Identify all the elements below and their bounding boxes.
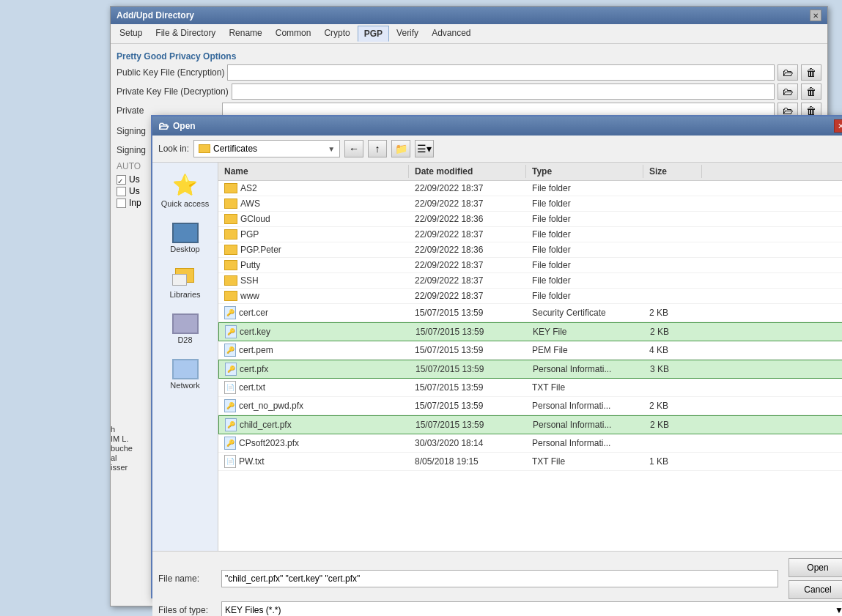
libraries-icon [172, 268, 199, 289]
menu-rename[interactable]: Rename [223, 26, 267, 42]
table-row[interactable]: GCloud 22/09/2022 18:36 File folder [218, 212, 842, 227]
addup-close-button[interactable]: ✕ [810, 10, 821, 21]
file-size-cell: 2 KB [644, 325, 703, 338]
file-date-cell: 15/07/2015 13:59 [409, 399, 526, 412]
table-row[interactable]: Putty 22/09/2022 18:37 File folder [218, 258, 842, 273]
file-name-text: cert.key [240, 327, 270, 337]
folder-icon [224, 275, 237, 286]
table-row[interactable]: 📄 cert.txt 15/07/2015 13:59 TXT File [218, 379, 842, 397]
addup-title: Add/Upd Directory [117, 10, 194, 21]
file-list[interactable]: Name Date modified Type Size AS2 22/09/2… [218, 163, 842, 551]
look-in-combo[interactable]: Certificates ▼ [193, 140, 340, 157]
menu-common[interactable]: Common [270, 26, 317, 42]
file-type-cell: File folder [526, 243, 643, 256]
desktop-label: Desktop [170, 245, 199, 253]
cert-icon: 🔑 [224, 306, 236, 319]
files-type-combo[interactable]: KEY Files (*.*) ▼ [221, 601, 842, 616]
file-type-cell: File folder [526, 197, 643, 210]
open-button[interactable]: Open [789, 558, 842, 577]
file-type-cell: File folder [526, 182, 643, 195]
sidebar-item-network[interactable]: Network [156, 356, 215, 393]
file-size-cell: 2 KB [643, 399, 702, 412]
dialog-close-btn[interactable]: ✕ [834, 119, 842, 133]
private-key-input[interactable] [232, 84, 775, 100]
file-size-cell [643, 442, 702, 445]
menu-advanced[interactable]: Advanced [426, 26, 476, 42]
file-name-cell: 📄 PW.txt [218, 453, 409, 470]
cert-icon: 🔑 [225, 418, 237, 431]
file-date-cell: 22/09/2022 18:37 [409, 289, 526, 303]
dialog-action-buttons: Open Cancel [789, 558, 842, 599]
table-row[interactable]: PGP.Peter 22/09/2022 18:36 File folder [218, 242, 842, 258]
file-name-text: cert.cer [239, 308, 268, 318]
table-row[interactable]: 🔑 cert.pem 15/07/2015 13:59 PEM File 4 K… [218, 341, 842, 360]
cancel-button[interactable]: Cancel [789, 580, 842, 599]
cert-icon: 🔑 [224, 344, 236, 357]
col-header-name[interactable]: Name [218, 165, 409, 178]
cert-icon: 🔑 [225, 325, 237, 338]
file-size-cell [643, 294, 702, 297]
table-row[interactable]: AS2 22/09/2022 18:37 File folder [218, 181, 842, 196]
menu-pgp[interactable]: PGP [358, 26, 389, 42]
sidebar-item-d28[interactable]: D28 [156, 311, 215, 347]
menu-file-directory[interactable]: File & Directory [149, 26, 221, 42]
table-row[interactable]: 🔑 child_cert.pfx 15/07/2015 13:59 Person… [218, 415, 842, 434]
sidebar-item-libraries[interactable]: Libraries [156, 265, 215, 302]
file-size-cell [643, 202, 702, 205]
table-row[interactable]: www 22/09/2022 18:37 File folder [218, 289, 842, 304]
menu-bar: Setup File & Directory Rename Common Cry… [111, 24, 827, 44]
menu-setup[interactable]: Setup [114, 26, 148, 42]
file-date-cell: 22/09/2022 18:37 [409, 259, 526, 272]
nav-up-btn[interactable]: ↑ [368, 140, 387, 157]
table-row[interactable]: 🔑 cert.cer 15/07/2015 13:59 Security Cer… [218, 304, 842, 322]
use-checkbox2[interactable] [117, 187, 126, 196]
view-options-btn[interactable]: ☰▾ [415, 140, 434, 157]
public-key-input[interactable] [227, 64, 775, 81]
file-name-cell: 🔑 child_cert.pfx [219, 417, 410, 433]
file-date-cell: 15/07/2015 13:59 [409, 344, 526, 357]
public-key-clear-btn[interactable]: 🗑 [801, 64, 821, 81]
current-folder-text: Certificates [213, 144, 257, 154]
col-header-date[interactable]: Date modified [409, 165, 526, 178]
col-header-size[interactable]: Size [643, 165, 702, 178]
file-name-cell: 🔑 cert.key [219, 324, 410, 340]
file-name-input[interactable] [221, 570, 778, 587]
inp-checkbox[interactable] [117, 198, 126, 208]
public-key-browse-btn[interactable]: 🗁 [778, 64, 798, 81]
sidebar-item-desktop[interactable]: Desktop [156, 220, 215, 256]
nav-create-btn[interactable]: 📁 [391, 140, 410, 157]
folder-icon [224, 291, 237, 301]
table-row[interactable]: AWS 22/09/2022 18:37 File folder [218, 196, 842, 212]
file-name-cell: 🔑 cert.cer [218, 305, 409, 321]
nav-back-btn[interactable]: ← [344, 140, 363, 157]
files-type-row: Files of type: KEY Files (*.*) ▼ [158, 601, 842, 616]
file-name-text: SSH [240, 275, 259, 286]
private-key-row: Private Key File (Decryption) 🗁 🗑 [117, 84, 821, 100]
cert-icon: 🔑 [224, 399, 236, 412]
file-name-cell: 🔑 CPsoft2023.pfx [218, 435, 409, 451]
private-key-clear-btn[interactable]: 🗑 [801, 84, 821, 100]
private-key-browse-btn[interactable]: 🗁 [778, 84, 798, 100]
file-date-cell: 15/07/2015 13:59 [409, 381, 526, 394]
table-row[interactable]: 🔑 cert.pfx 15/07/2015 13:59 Personal Inf… [218, 360, 842, 379]
menu-verify[interactable]: Verify [391, 26, 424, 42]
col-header-type[interactable]: Type [526, 165, 643, 178]
table-row[interactable]: 🔑 cert_no_pwd.pfx 15/07/2015 13:59 Perso… [218, 397, 842, 415]
use-checkbox1[interactable] [117, 175, 126, 185]
folder-icon [199, 144, 210, 153]
file-date-cell: 22/09/2022 18:37 [409, 182, 526, 195]
table-row[interactable]: SSH 22/09/2022 18:37 File folder [218, 273, 842, 289]
file-icon: 📄 [224, 381, 236, 394]
file-list-header: Name Date modified Type Size [218, 163, 842, 181]
dialog-bottom: File name: Open Cancel Files of type: KE… [152, 551, 842, 616]
open-dialog-icon: 🗁 [158, 120, 169, 132]
open-dialog-title: Open [173, 121, 196, 131]
files-type-arrow: ▼ [835, 605, 842, 615]
table-row[interactable]: 📄 PW.txt 8/05/2018 19:15 TXT File 1 KB [218, 453, 842, 471]
menu-crypto[interactable]: Crypto [318, 26, 355, 42]
table-row[interactable]: PGP 22/09/2022 18:37 File folder [218, 227, 842, 242]
file-date-cell: 15/07/2015 13:59 [410, 325, 527, 338]
table-row[interactable]: 🔑 CPsoft2023.pfx 30/03/2020 18:14 Person… [218, 434, 842, 453]
table-row[interactable]: 🔑 cert.key 15/07/2015 13:59 KEY File 2 K… [218, 322, 842, 341]
sidebar-item-quick-access[interactable]: ⭐ Quick access [156, 168, 215, 211]
